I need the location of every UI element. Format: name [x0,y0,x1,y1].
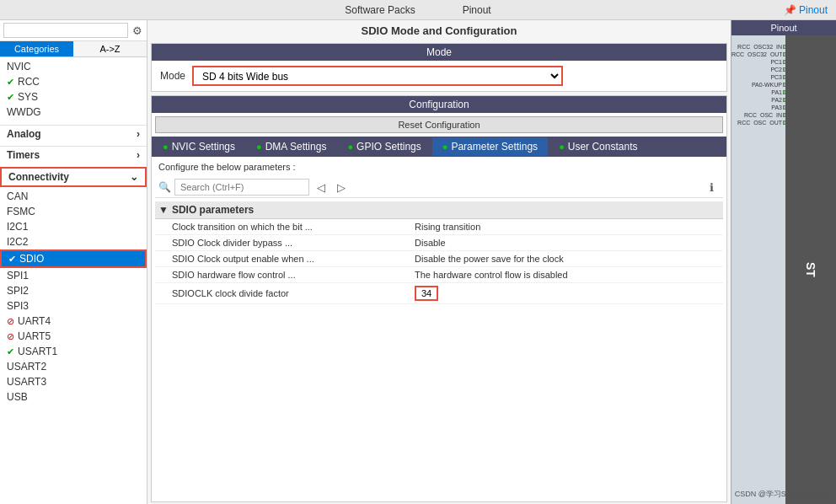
dma-tab-label: DMA Settings [265,141,327,153]
sidebar-item-rcc[interactable]: ✔ RCC [0,74,147,89]
param-row-0: Clock transition on which the bit ... Ri… [155,219,723,235]
param-name-2: SDIO Clock output enable when ... [172,254,408,264]
wwdg-label: WWDG [7,106,41,118]
tab-categories[interactable]: Categories [0,41,73,56]
tab-dma-settings[interactable]: ● DMA Settings [246,137,336,156]
sidebar-item-usart3[interactable]: USART3 [0,374,147,389]
pin-row-2: PC1 [732,59,790,65]
pin-row-3: PC2 [732,67,790,72]
param-value-0: Rising transition [415,222,706,232]
nvic-label: NVIC [7,61,31,72]
category-analog[interactable]: Analog › [0,125,147,142]
sidebar-item-i2c1[interactable]: I2C1 [0,219,147,234]
info-button[interactable]: ℹ [703,179,720,196]
rcc-label: RCC [18,76,40,88]
group-label: SDIO parameters [172,204,254,216]
sidebar-top-items: NVIC ✔ RCC ✔ SYS WWDG [0,57,147,121]
content-area: SDIO Mode and Configuration Mode Mode SD… [147,20,731,504]
spi1-label: SPI1 [7,270,29,281]
pin-label-8: PA3 [732,105,782,110]
param-name-0: Clock transition on which the bit ... [172,222,408,232]
usart1-label: USART1 [18,346,57,357]
param-value-2: Disable the power save for the clock [415,254,706,264]
sidebar-item-wwdg[interactable]: WWDG [0,105,147,120]
usart3-label: USART3 [7,376,46,388]
tab-atoz[interactable]: A->Z [73,41,147,56]
param-value-4[interactable]: 34 [415,286,438,301]
sidebar: ⚙ Categories A->Z NVIC ✔ RCC ✔ SYS WWDG … [0,20,147,504]
timers-label: Timers [7,149,40,161]
pin-label-1: RCC_OSC32_OUT [732,51,782,57]
uart5-cross-icon: ⊘ [7,331,14,342]
tab-parameter-settings[interactable]: ● Parameter Settings [432,137,548,156]
sidebar-item-nvic[interactable]: NVIC [0,59,147,74]
usb-label: USB [7,391,28,403]
connectivity-label: Connectivity [8,171,69,183]
pin-row-9: RCC_OSC_IN [732,112,790,118]
param-row-1: SDIO Clock divider bypass ... Disable [155,235,723,251]
pin-row-0: RCC_OSC32_IN [732,44,790,50]
can-label: CAN [7,190,28,202]
param-row-2: SDIO Clock output enable when ... Disabl… [155,251,723,267]
user-tab-check-icon: ● [559,142,565,152]
pin-label-4: PC3 [732,74,782,80]
search-input[interactable] [3,23,128,38]
sidebar-item-can[interactable]: CAN [0,189,147,204]
connectivity-items: CAN FSMC I2C1 I2C2 ✔ SDIO SPI1 SPI2 SP [0,187,147,406]
config-section: Configuration Reset Configuration ● NVIC… [151,95,727,502]
sdio-label: SDIO [19,253,44,265]
mode-row: Mode SD 4 bits Wide bus SD 1 bit Wide bu… [152,61,726,91]
pin-row-6: PA1 [732,89,790,95]
sidebar-item-usb[interactable]: USB [0,389,147,405]
rcc-check-icon: ✔ [7,77,14,88]
sidebar-item-spi3[interactable]: SPI3 [0,298,147,314]
spi2-label: SPI2 [7,285,29,297]
param-row-4: SDIOCLK clock divide factor 34 [155,283,723,304]
mode-select[interactable]: SD 4 bits Wide bus SD 1 bit Wide bus Dis… [192,66,563,86]
sidebar-item-fsmc[interactable]: FSMC [0,204,147,219]
chip-pins-left: RCC_OSC32_IN RCC_OSC32_OUT PC1 PC2 PC3 [732,44,790,126]
top-bar: Software Packs Pinout 📌 Pinout [0,0,836,20]
usart2-label: USART2 [7,361,46,373]
param-name-3: SDIO hardware flow control ... [172,270,408,280]
sidebar-item-uart4[interactable]: ⊘ UART4 [0,314,147,329]
pin-row-8: PA3 [732,105,790,110]
pin-label-2: PC1 [732,59,782,65]
pin-label-3: PC2 [732,67,782,72]
gpio-tab-check-icon: ● [347,142,353,152]
param-value-1: Disable [415,238,706,248]
tab-user-constants[interactable]: ● User Constants [549,137,647,156]
prev-search-button[interactable]: ◁ [313,179,330,196]
tab-nvic-settings[interactable]: ● NVIC Settings [153,137,245,156]
pin-row-10: RCC_OSC_OUT [732,120,790,126]
sidebar-tab-bar: Categories A->Z [0,41,147,57]
fsmc-label: FSMC [7,206,35,217]
param-group-sdio[interactable]: ▼ SDIO parameters [155,201,723,219]
pin-indicator: 📌 Pinout [784,4,828,16]
sidebar-item-uart5[interactable]: ⊘ UART5 [0,329,147,344]
mode-header: Mode [152,44,726,61]
param-tab-check-icon: ● [442,142,448,152]
mode-label: Mode [160,70,185,82]
sidebar-item-spi1[interactable]: SPI1 [0,268,147,283]
tab-pinout[interactable]: Pinout [456,3,498,18]
sidebar-item-usart1[interactable]: ✔ USART1 [0,344,147,359]
sidebar-item-usart2[interactable]: USART2 [0,359,147,374]
param-tab-label: Parameter Settings [451,141,538,153]
config-header: Configuration [152,96,726,113]
tab-software-packs[interactable]: Software Packs [338,3,421,18]
top-bar-tabs: Software Packs Pinout [338,3,497,18]
sys-check-icon: ✔ [7,92,14,103]
gear-button[interactable]: ⚙ [131,23,143,38]
next-search-button[interactable]: ▷ [333,179,350,196]
sidebar-item-sys[interactable]: ✔ SYS [0,89,147,105]
category-connectivity[interactable]: Connectivity ⌄ [0,167,147,187]
sidebar-search-bar: ⚙ [0,20,147,41]
sidebar-item-i2c2[interactable]: I2C2 [0,234,147,249]
params-search-input[interactable] [174,179,309,196]
category-timers[interactable]: Timers › [0,146,147,164]
sidebar-item-sdio[interactable]: ✔ SDIO [0,249,147,268]
reset-config-button[interactable]: Reset Configuration [155,116,723,133]
tab-gpio-settings[interactable]: ● GPIO Settings [337,137,431,156]
sidebar-item-spi2[interactable]: SPI2 [0,283,147,298]
